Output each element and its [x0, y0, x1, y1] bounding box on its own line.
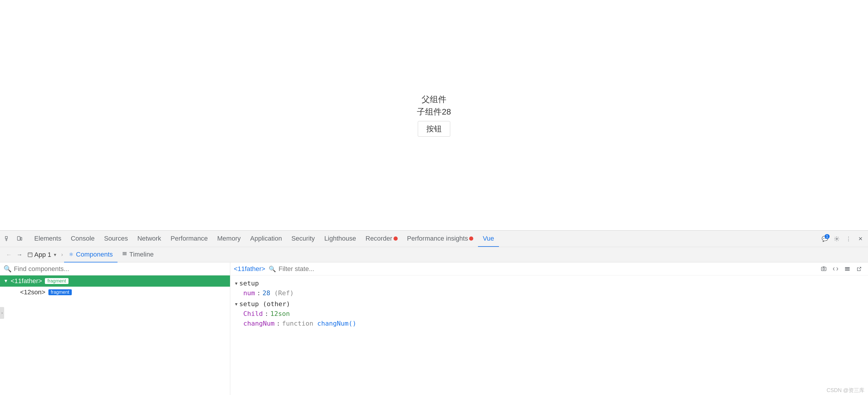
- search-bar: 🔍: [0, 263, 230, 275]
- tab-security[interactable]: Security: [287, 231, 319, 247]
- devtools-panel: Elements Console Sources Network Perform…: [0, 230, 868, 395]
- inspect-element-button[interactable]: [2, 234, 13, 244]
- component-item-11father[interactable]: ▼ <11father> fragment: [0, 275, 230, 287]
- tab-recorder[interactable]: Recorder: [361, 231, 402, 247]
- toolbar-right: 💬 1 ⋮ ✕: [819, 234, 868, 244]
- state-section-setup-label: setup: [239, 280, 259, 287]
- state-value-changnum-func: changNum(): [317, 320, 356, 327]
- toolbar-icons: [2, 234, 25, 244]
- close-devtools-button[interactable]: ✕: [855, 234, 866, 244]
- svg-rect-3: [18, 237, 20, 240]
- tab-performance-insights[interactable]: Performance insights: [402, 231, 478, 247]
- tab-performance[interactable]: Performance: [166, 231, 213, 247]
- tab-network[interactable]: Network: [132, 231, 166, 247]
- svg-rect-16: [845, 270, 850, 271]
- collapse-arrow-setup-other: ▼: [235, 302, 237, 306]
- state-colon-child: :: [265, 310, 268, 317]
- code-view-button[interactable]: [830, 264, 841, 274]
- state-value-num: 28: [262, 289, 271, 297]
- state-section-setup-other-label: setup (other): [239, 300, 290, 308]
- svg-rect-4: [21, 237, 22, 240]
- state-key-changnum: changNum: [243, 320, 275, 327]
- component-list: ▼ <11father> fragment <12son> fragment: [0, 275, 230, 395]
- tab-lighthouse[interactable]: Lighthouse: [319, 231, 361, 247]
- state-item-num: num : 28 (Ref): [230, 288, 868, 298]
- chevron-down-icon: ▼: [53, 252, 57, 257]
- svg-rect-15: [845, 268, 850, 269]
- component-item-12son[interactable]: <12son> fragment: [9, 287, 230, 298]
- vue-tab-components[interactable]: ⚛ Components: [64, 247, 118, 263]
- component-name-11father: <11father>: [11, 277, 42, 285]
- app-display: 父组件 子组件28 按钮: [417, 94, 451, 137]
- state-key-child: Child: [243, 310, 263, 317]
- right-toolbar: <11father> 🔍: [230, 263, 868, 275]
- chevron-right-icon: ›: [61, 251, 63, 258]
- search-icon: 🔍: [4, 265, 11, 273]
- timeline-icon: [122, 251, 127, 257]
- state-section-setup-other: ▼ setup (other) Child : 12son changNum :…: [230, 299, 868, 329]
- right-actions: [818, 264, 864, 274]
- devtools-tabs: Elements Console Sources Network Perform…: [30, 231, 819, 247]
- state-meta-num: (Ref): [271, 289, 294, 297]
- state-section-setup: ▼ setup num : 28 (Ref): [230, 278, 868, 299]
- devtools-toolbar: Elements Console Sources Network Perform…: [0, 231, 868, 247]
- search-icon-right: 🔍: [269, 265, 276, 272]
- state-item-child: Child : 12son: [230, 309, 868, 318]
- tab-vue[interactable]: Vue: [478, 231, 499, 247]
- component-tree-panel: 🔍 ▼ <11father> fragment <12son> fragment: [0, 263, 230, 395]
- components-icon: ⚛: [69, 251, 73, 258]
- tab-elements[interactable]: Elements: [30, 231, 66, 247]
- selected-component-label: <11father>: [234, 265, 265, 273]
- svg-rect-0: [5, 237, 7, 239]
- svg-point-12: [823, 268, 825, 270]
- performance-insights-dot-icon: [469, 237, 473, 241]
- svg-rect-14: [845, 267, 850, 268]
- state-value-child: 12son: [270, 310, 290, 317]
- state-section-setup-header[interactable]: ▼ setup: [230, 278, 868, 288]
- page-content: 父组件 子组件28 按钮: [0, 0, 868, 230]
- app-selector-button[interactable]: App 1 ▼: [25, 250, 60, 260]
- parent-component-text: 父组件: [422, 94, 446, 105]
- component-name-12son: <12son>: [20, 288, 45, 296]
- svg-point-5: [836, 238, 838, 239]
- open-in-editor-button[interactable]: [854, 264, 864, 274]
- app-icon: [28, 252, 32, 257]
- vue-toolbar: ← → App 1 ▼ › ⚛ Components Timeline: [0, 247, 868, 263]
- more-options-button[interactable]: ⋮: [843, 234, 854, 244]
- back-button[interactable]: ←: [4, 249, 14, 260]
- state-key-num: num: [243, 289, 255, 297]
- svg-rect-10: [123, 254, 127, 255]
- tab-console[interactable]: Console: [66, 231, 99, 247]
- tab-application[interactable]: Application: [245, 231, 287, 247]
- state-value-changnum-type: function: [282, 320, 317, 327]
- tab-memory[interactable]: Memory: [213, 231, 245, 247]
- svg-rect-13: [823, 267, 825, 268]
- watermark: CSDN @资三库: [827, 387, 864, 394]
- svg-rect-8: [123, 252, 127, 253]
- find-components-input[interactable]: [14, 265, 226, 273]
- screenshot-button[interactable]: [818, 264, 829, 274]
- settings-button[interactable]: [831, 234, 842, 244]
- filter-state-input[interactable]: [278, 265, 361, 273]
- state-inspector-panel: <11father> 🔍: [230, 263, 868, 395]
- chat-badge: 1: [825, 234, 830, 239]
- state-item-changnum: changNum : function changNum(): [230, 318, 868, 328]
- app-button[interactable]: 按钮: [418, 121, 450, 137]
- forward-button[interactable]: →: [14, 249, 25, 260]
- state-section-setup-other-header[interactable]: ▼ setup (other): [230, 299, 868, 309]
- component-badge-11father: fragment: [45, 278, 68, 284]
- vue-tab-timeline[interactable]: Timeline: [118, 247, 158, 263]
- collapse-arrow-setup: ▼: [235, 281, 237, 286]
- device-toggle-button[interactable]: [14, 234, 25, 244]
- list-view-button[interactable]: [842, 264, 852, 274]
- devtools-body: 🔍 ▼ <11father> fragment <12son> fragment: [0, 263, 868, 395]
- expand-arrow-11father: ▼: [4, 278, 9, 284]
- tab-sources[interactable]: Sources: [99, 231, 132, 247]
- recording-dot-icon: [394, 237, 398, 241]
- state-panel: ▼ setup num : 28 (Ref) ▼ setup (other): [230, 275, 868, 395]
- chat-badge-button[interactable]: 💬 1: [819, 234, 830, 244]
- component-badge-12son: fragment: [49, 289, 72, 295]
- state-colon-num: :: [257, 289, 261, 297]
- collapse-handle[interactable]: ›: [0, 307, 4, 319]
- child-component-text: 子组件28: [417, 106, 451, 118]
